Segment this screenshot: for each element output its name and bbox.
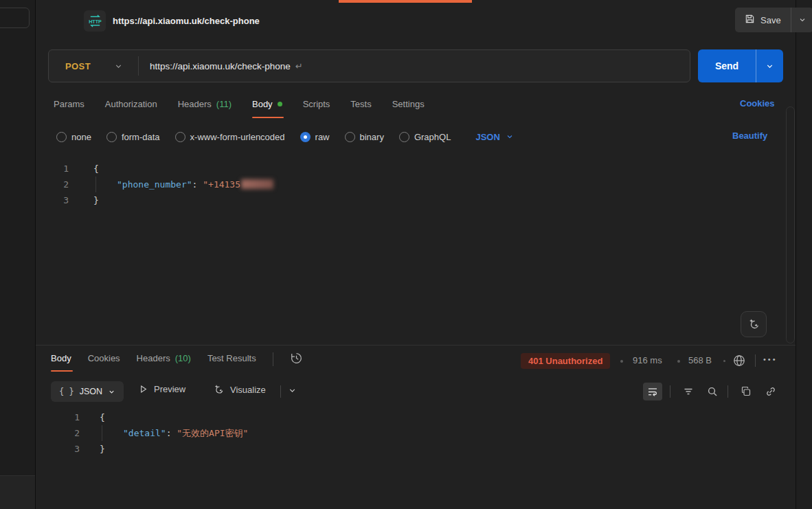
body-type-raw[interactable]: raw bbox=[300, 132, 330, 142]
radio-graphql[interactable] bbox=[399, 132, 409, 142]
beautify-link[interactable]: Beautify bbox=[732, 131, 767, 141]
editor-scrollbar-track[interactable] bbox=[786, 106, 795, 343]
response-size[interactable]: 568 B bbox=[688, 355, 712, 365]
request-tabs: Params Authorization Headers (11) Body S… bbox=[54, 95, 425, 118]
toolbar-divider bbox=[670, 385, 670, 398]
code-line: { bbox=[93, 161, 99, 177]
http-protocol-icon: HTTP bbox=[84, 10, 106, 32]
radio-form-data[interactable] bbox=[106, 132, 117, 142]
meta-separator-dot bbox=[677, 360, 680, 363]
send-button-group: Send bbox=[698, 49, 783, 82]
sparkle-circle-icon bbox=[747, 318, 760, 331]
wrap-lines-button[interactable] bbox=[643, 383, 662, 400]
tab-headers[interactable]: Headers (11) bbox=[178, 95, 232, 118]
save-button[interactable]: Save bbox=[735, 8, 791, 32]
save-button-label: Save bbox=[760, 15, 781, 25]
method-chevron-down-icon[interactable] bbox=[114, 62, 123, 71]
cookies-link[interactable]: Cookies bbox=[740, 98, 775, 109]
json-value: "无效的API密钥" bbox=[177, 428, 248, 438]
headers-count-badge: (11) bbox=[216, 99, 232, 109]
meta-separator-dot bbox=[723, 360, 725, 362]
request-body-editor[interactable]: 1 2 3 { "phone_number": "+14135 } bbox=[0, 161, 796, 343]
tab-scripts[interactable]: Scripts bbox=[303, 95, 330, 118]
save-options-dropdown[interactable] bbox=[791, 8, 812, 32]
response-toolbar: { } JSON Preview Visualize bbox=[0, 381, 796, 403]
response-status-badge[interactable]: 401 Unauthorized bbox=[521, 353, 610, 369]
search-icon bbox=[707, 386, 718, 397]
tab-body[interactable]: Body bbox=[252, 95, 282, 118]
radio-raw-selected[interactable] bbox=[300, 132, 311, 142]
more-options-icon[interactable]: ••• bbox=[763, 355, 778, 363]
radio-none[interactable] bbox=[56, 132, 67, 142]
word-wrap-icon bbox=[647, 386, 658, 397]
request-header-bar: HTTP https://api.xiaomu.uk/check-phone S… bbox=[36, 0, 796, 43]
format-chevron-down-icon bbox=[108, 388, 115, 396]
raw-language-value: JSON bbox=[475, 132, 499, 142]
preview-button[interactable]: Preview bbox=[138, 384, 185, 394]
body-type-form-data[interactable]: form-data bbox=[106, 132, 160, 142]
search-button[interactable] bbox=[703, 383, 722, 400]
radio-binary[interactable] bbox=[345, 132, 355, 142]
response-time[interactable]: 916 ms bbox=[633, 355, 662, 365]
line-number: 3 bbox=[48, 192, 69, 208]
request-url-box: POST https://api.xiaomu.uk/check-phone ↵ bbox=[48, 49, 690, 82]
send-button[interactable]: Send bbox=[698, 49, 756, 82]
request-url-row: POST https://api.xiaomu.uk/check-phone ↵… bbox=[36, 48, 796, 84]
link-button[interactable] bbox=[761, 383, 780, 400]
body-type-urlencoded[interactable]: x-www-form-urlencoded bbox=[175, 132, 285, 142]
tab-params[interactable]: Params bbox=[54, 95, 84, 118]
filter-button[interactable] bbox=[679, 383, 698, 400]
indent-guide bbox=[102, 425, 102, 441]
copy-button[interactable] bbox=[736, 383, 756, 400]
code-line: } bbox=[93, 192, 99, 208]
code-line: "detail": "无效的API密钥" bbox=[123, 425, 248, 441]
api-client-window: HTTP https://api.xiaomu.uk/check-phone S… bbox=[0, 0, 812, 509]
code-line: "phone_number": "+14135 bbox=[117, 177, 273, 192]
language-chevron-down-icon bbox=[506, 133, 514, 141]
background-panel-box bbox=[0, 8, 30, 28]
response-meta-bar: 401 Unauthorized 916 ms 568 B ••• bbox=[0, 352, 796, 372]
toolbar-divider bbox=[728, 385, 728, 398]
meta-divider bbox=[755, 354, 756, 367]
view-options-chevron[interactable] bbox=[288, 386, 297, 395]
tab-tests[interactable]: Tests bbox=[350, 95, 371, 118]
url-input[interactable]: https://api.xiaomu.uk/check-phone bbox=[139, 61, 291, 71]
body-type-options: none form-data x-www-form-urlencoded raw… bbox=[56, 128, 514, 146]
line-number: 1 bbox=[48, 409, 80, 425]
radio-urlencoded[interactable] bbox=[175, 132, 185, 142]
postbot-ai-button[interactable] bbox=[741, 311, 767, 337]
json-value-visible: "+14135 bbox=[203, 179, 240, 190]
send-options-dropdown[interactable] bbox=[756, 49, 783, 82]
method-selector-value[interactable]: POST bbox=[49, 61, 114, 71]
raw-language-select[interactable]: JSON bbox=[475, 132, 513, 142]
response-format-select[interactable]: { } JSON bbox=[51, 381, 124, 402]
network-globe-icon[interactable] bbox=[732, 354, 746, 370]
link-icon bbox=[765, 386, 776, 397]
line-number: 2 bbox=[48, 177, 69, 192]
toolbar-divider bbox=[280, 385, 281, 398]
request-title: https://api.xiaomu.uk/check-phone bbox=[113, 16, 260, 26]
tab-authorization[interactable]: Authorization bbox=[105, 95, 157, 118]
body-modified-dot bbox=[278, 102, 282, 106]
right-sidebar-strip bbox=[796, 0, 812, 509]
save-button-group: Save bbox=[735, 8, 812, 32]
indent-guide bbox=[95, 177, 96, 192]
body-type-none[interactable]: none bbox=[56, 132, 91, 142]
filter-icon bbox=[683, 386, 694, 397]
visualize-button[interactable]: Visualize bbox=[213, 384, 266, 396]
response-format-value: JSON bbox=[80, 387, 102, 396]
enter-key-hint: ↵ bbox=[295, 61, 303, 71]
braces-icon: { } bbox=[59, 387, 74, 396]
line-number: 3 bbox=[48, 441, 80, 457]
code-line: { bbox=[100, 409, 105, 425]
response-body-editor[interactable]: 1 2 3 { "detail": "无效的API密钥" } bbox=[0, 409, 796, 509]
tab-settings[interactable]: Settings bbox=[392, 95, 425, 118]
save-icon bbox=[745, 14, 755, 26]
body-type-binary[interactable]: binary bbox=[345, 132, 384, 142]
send-button-label: Send bbox=[715, 60, 738, 71]
line-number: 1 bbox=[48, 161, 69, 177]
json-key: "detail" bbox=[123, 428, 166, 438]
body-type-graphql[interactable]: GraphQL bbox=[399, 132, 451, 142]
response-section-divider bbox=[36, 345, 796, 346]
code-line: } bbox=[100, 441, 105, 457]
